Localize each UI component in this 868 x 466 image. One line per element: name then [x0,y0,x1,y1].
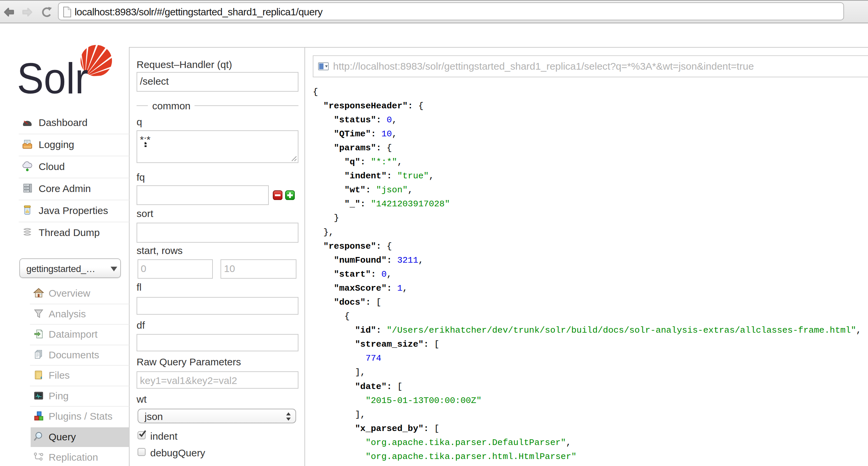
svg-text:Solr: Solr [18,54,88,103]
